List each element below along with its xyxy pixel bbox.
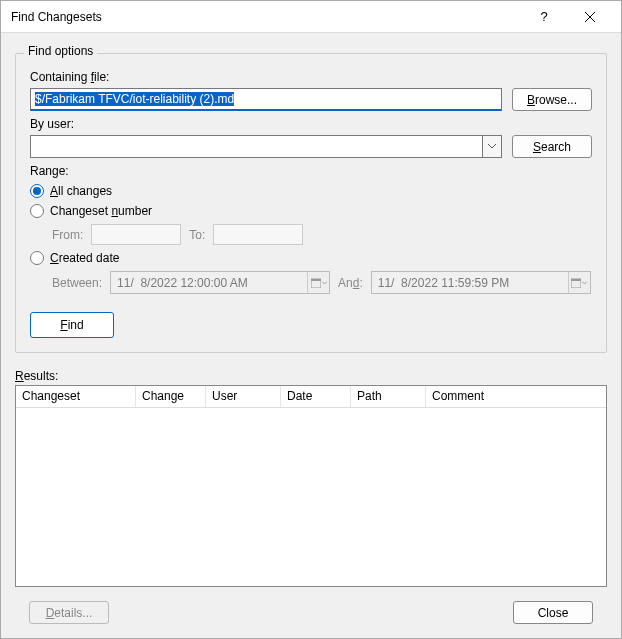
radio-icon [30,251,44,265]
changeset-number-subrow: From: To: [52,224,592,245]
window-title: Find Changesets [11,10,521,24]
date-to-input [371,271,591,294]
date-to-picker-button [568,272,590,293]
svg-rect-3 [311,279,321,281]
to-input [213,224,303,245]
col-change[interactable]: Change [136,386,206,407]
col-path[interactable]: Path [351,386,426,407]
containing-file-input[interactable]: $/Fabrikam TFVC/iot-reliability (2).md [30,88,502,111]
radio-all-changes[interactable]: All changes [30,184,592,198]
find-button[interactable]: Find [30,312,114,338]
col-changeset[interactable]: Changeset [16,386,136,407]
by-user-label: By user: [30,117,592,131]
col-comment[interactable]: Comment [426,386,606,407]
find-options-title: Find options [24,44,97,58]
calendar-icon [311,278,321,288]
details-button: Details... [29,601,109,624]
results-table[interactable]: Changeset Change User Date Path Comment [15,385,607,587]
titlebar: Find Changesets ? [1,1,621,33]
dialog-content: Find options Containing file: $/Fabrikam… [1,33,621,638]
from-label: From: [52,228,83,242]
search-button[interactable]: Search [512,135,592,158]
chevron-down-icon [488,144,496,149]
table-header: Changeset Change User Date Path Comment [16,386,606,408]
find-changesets-dialog: Find Changesets ? Find options Containin… [0,0,622,639]
svg-rect-5 [571,279,581,281]
to-label: To: [189,228,205,242]
by-user-combo[interactable] [30,135,502,158]
radio-icon [30,184,44,198]
radio-icon [30,204,44,218]
find-options-group: Find options Containing file: $/Fabrikam… [15,53,607,353]
results-label: Results: [15,369,607,383]
radio-created-date[interactable]: Created date [30,251,592,265]
close-button[interactable]: Close [513,601,593,624]
by-user-dropdown-button[interactable] [482,135,502,158]
help-button[interactable]: ? [521,2,567,32]
close-icon [585,12,595,22]
col-user[interactable]: User [206,386,281,407]
browse-button[interactable]: Browse... [512,88,592,111]
radio-changeset-number[interactable]: Changeset number [30,204,592,218]
date-from-input [110,271,330,294]
between-label: Between: [52,276,102,290]
by-user-input[interactable] [30,135,482,158]
table-body [16,408,606,586]
containing-file-label: Containing file: [30,70,592,84]
range-label: Range: [30,164,592,178]
and-label: And: [338,276,363,290]
chevron-down-icon [582,281,587,285]
chevron-down-icon [322,281,327,285]
dialog-footer: Details... Close [15,587,607,638]
col-date[interactable]: Date [281,386,351,407]
date-from-picker-button [307,272,329,293]
from-input [91,224,181,245]
created-date-subrow: Between: And: [52,271,592,294]
calendar-icon [571,278,581,288]
close-window-button[interactable] [567,2,613,32]
